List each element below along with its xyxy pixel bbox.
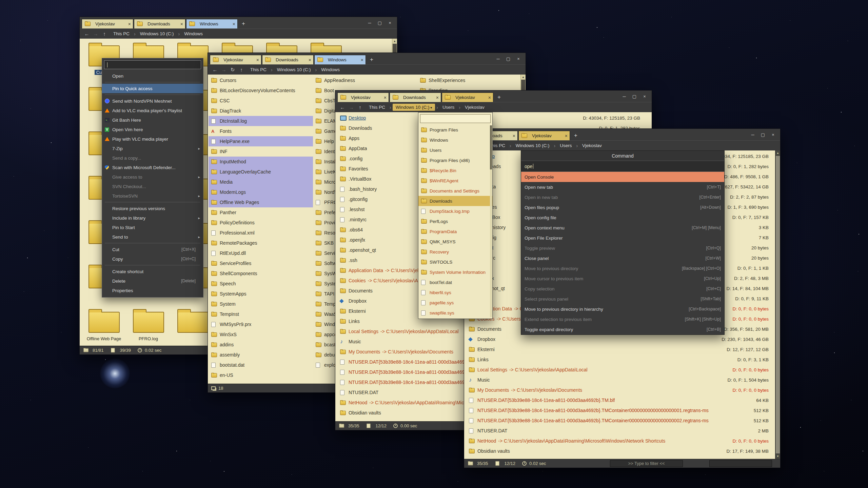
palette-command-item[interactable]: Move cursor to previous item [Ctrl+Up] <box>521 273 724 284</box>
breadcrumb-item[interactable]: Vjekoslav <box>462 104 488 111</box>
palette-command-item[interactable]: Copy selection [Ctrl+C] <box>521 284 724 294</box>
drive-item[interactable]: System Volume Information <box>418 267 492 277</box>
file-row[interactable]: System <box>209 299 313 309</box>
file-row[interactable]: AppReadiness <box>313 75 417 85</box>
minimize-button[interactable]: ─ <box>619 94 629 99</box>
context-menu-item[interactable]: Send with NordVPN Meshnet <box>102 96 203 106</box>
new-tab-button[interactable]: + <box>367 56 377 64</box>
breadcrumb-item[interactable]: This PC <box>110 30 133 37</box>
tab[interactable]: Downloads × <box>134 19 185 28</box>
drive-item[interactable]: bootTel.dat <box>418 277 492 287</box>
dropdown-filter-input[interactable] <box>420 114 491 123</box>
context-menu-item[interactable] <box>105 95 200 95</box>
context-menu-item[interactable] <box>105 202 200 202</box>
drive-item[interactable]: pagefile.sys <box>418 298 492 308</box>
titlebar[interactable]: Vjekoslav × Downloads × Windows × <box>208 53 526 64</box>
file-row[interactable]: NTUSER.DAT{53b39e88-18c4-11ea-a811-000d3… <box>466 395 771 405</box>
context-menu-item[interactable]: Scan with Microsoft Defender... <box>102 163 203 172</box>
breadcrumb-item[interactable]: Users <box>439 104 457 111</box>
scroll-up-icon[interactable]: ▲ <box>775 150 780 156</box>
drive-item[interactable]: Recovery <box>418 247 492 257</box>
breadcrumb-item[interactable]: Windows 10 (C:) <box>137 30 177 37</box>
file-row[interactable]: DiagTrack <box>209 106 313 116</box>
tab-close-icon[interactable]: × <box>256 58 259 62</box>
maximize-button[interactable]: ▢ <box>375 20 385 25</box>
palette-command-item[interactable]: Open File Explorer <box>521 233 724 243</box>
file-row[interactable]: NTUSER.DAT 2 MB <box>466 426 771 436</box>
file-row[interactable]: BitLockerDiscoveryVolumeContents <box>209 85 313 96</box>
file-row[interactable]: ServiceProfiles <box>209 258 313 268</box>
breadcrumb-item[interactable]: Windows 10 (C:) <box>393 104 435 111</box>
maximize-button[interactable]: ▢ <box>758 132 768 137</box>
up-button[interactable]: ↑ <box>356 104 364 110</box>
file-row[interactable]: Links D: 0, F: 3, 1 KB <box>466 354 771 365</box>
breadcrumb-item[interactable]: Windows <box>181 30 206 37</box>
context-menu-item[interactable]: Git Bash Here <box>102 115 203 125</box>
file-row[interactable]: Speech <box>209 279 313 289</box>
up-button[interactable]: ↑ <box>237 67 246 73</box>
file-row[interactable]: Fonts <box>209 126 313 136</box>
context-menu-item[interactable]: Pin to Start <box>102 223 203 232</box>
context-menu-item[interactable]: Create shortcut <box>102 267 203 276</box>
file-row[interactable]: NetHood -> C:\Users\Vjekoslav\AppData\Ro… <box>466 436 771 446</box>
file-manager-window-4[interactable]: Downloads × Vjekoslav × + ─ ▢ × ← <box>464 128 781 468</box>
tab[interactable]: Windows × <box>314 55 366 64</box>
breadcrumb-item[interactable]: Users <box>557 142 575 149</box>
drive-item[interactable]: PerfLogs <box>418 216 492 226</box>
context-menu-item[interactable]: Send to <box>102 232 203 242</box>
context-menu-item[interactable]: TortoiseSVN <box>102 191 203 201</box>
file-row[interactable]: ShellComponents <box>209 268 313 279</box>
tab-close-icon[interactable]: × <box>513 134 515 138</box>
drive-item[interactable]: swapfile.sys <box>418 308 492 318</box>
maximize-button[interactable]: ▢ <box>503 56 513 61</box>
palette-command-item[interactable]: Toggle expand directory [Ctrl+B] <box>521 324 724 334</box>
close-button[interactable]: × <box>513 56 524 61</box>
tab[interactable]: Downloads × <box>262 55 314 64</box>
folder-grid-item[interactable]: Offline Web Page <box>82 307 126 346</box>
back-button[interactable]: ← <box>338 104 347 110</box>
dropdown-scrollbar[interactable] <box>490 125 492 317</box>
file-row[interactable]: Media <box>209 177 313 187</box>
palette-command-item[interactable]: Move to previous directory [Backspace] [… <box>521 263 724 273</box>
file-row[interactable]: assembly <box>209 350 313 360</box>
close-button[interactable]: × <box>639 94 650 99</box>
up-button[interactable]: ↑ <box>100 31 109 37</box>
palette-command-item[interactable]: Open Console <box>521 172 724 182</box>
back-button[interactable]: ← <box>211 67 219 73</box>
drive-item[interactable]: Program Files <box>418 125 492 135</box>
titlebar[interactable]: Downloads × Vjekoslav × + ─ ▢ × <box>464 129 780 140</box>
file-row[interactable]: SystemApps <box>209 289 313 299</box>
palette-command-item[interactable]: Open new tab [Ctrl+T] <box>521 182 724 192</box>
type-to-filter-input[interactable]: >> Type to filter << <box>610 460 683 467</box>
tab[interactable]: Vjekoslav × <box>82 19 133 28</box>
context-menu-item[interactable]: Add to VLC media player's Playlist <box>102 106 203 115</box>
context-menu-item[interactable]: Include in library <box>102 213 203 223</box>
breadcrumb-item[interactable]: Windows <box>318 66 343 73</box>
file-row[interactable]: addins <box>209 340 313 350</box>
context-menu-item[interactable]: Send a copy... <box>102 153 203 163</box>
file-row[interactable]: Eksterni D: 12, F: 127, 12 GB <box>466 344 771 354</box>
file-row[interactable]: My Documents -> C:\Users\Vjekoslav\Docum… <box>466 385 771 395</box>
forward-button[interactable]: → <box>91 31 100 37</box>
titlebar[interactable]: Vjekoslav × Downloads × Windows × <box>80 17 397 28</box>
tab[interactable]: Vjekoslav × <box>518 131 570 140</box>
scroll-down-icon[interactable]: ▼ <box>775 454 780 459</box>
tab-close-icon[interactable]: × <box>361 58 363 62</box>
file-row[interactable]: WinSxS <box>209 329 313 340</box>
drive-item[interactable]: Windows <box>418 135 492 145</box>
file-row[interactable]: PolicyDefinitions <box>209 218 313 228</box>
file-row[interactable]: DtcInstall.log <box>209 116 313 126</box>
file-row[interactable]: Music D: 0, F: 1, 504 bytes <box>466 375 771 385</box>
context-menu-item[interactable]: Restore previous versions <box>102 204 203 213</box>
tab[interactable]: Vjekoslav × <box>337 93 389 102</box>
file-row[interactable]: Cursors <box>209 75 313 85</box>
tab-close-icon[interactable]: × <box>180 22 183 26</box>
new-tab-button[interactable]: + <box>238 20 249 28</box>
context-menu-item[interactable]: Open Vim here <box>102 125 203 134</box>
context-menu-item[interactable]: Properties <box>102 286 203 295</box>
file-row[interactable]: NTUSER.DAT{53b39e88-18c4-11ea-a811-000d3… <box>466 405 771 415</box>
folder-grid-item[interactable]: PFRO.log <box>126 307 171 346</box>
file-row[interactable]: bootstat.dat <box>209 360 313 370</box>
file-row[interactable]: Obsidian vaults D: 17, F: 149, 38 MB <box>466 446 771 456</box>
scroll-up-icon[interactable]: ▲ <box>392 39 397 44</box>
